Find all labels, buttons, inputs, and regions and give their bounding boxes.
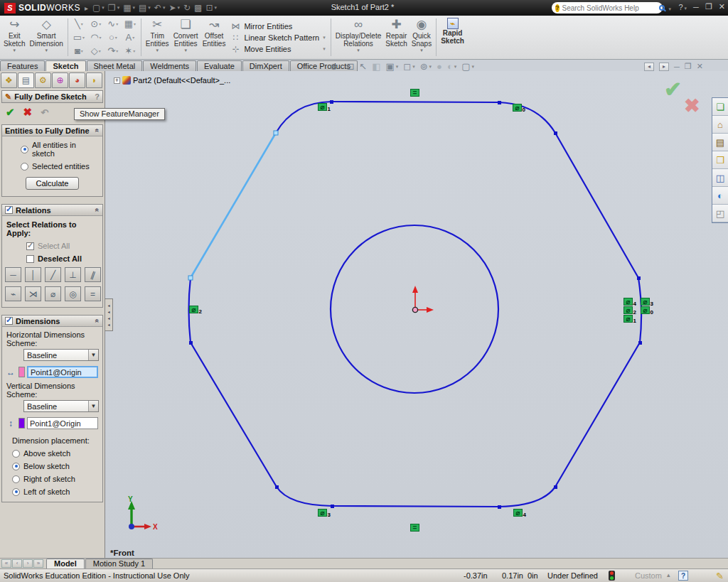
line-tool-button[interactable]: ╲: [70, 17, 87, 31]
view-settings-button[interactable]: ▢: [461, 61, 474, 72]
previous-document-button[interactable]: ◂: [644, 63, 654, 71]
status-help-button[interactable]: ?: [678, 571, 688, 581]
vertical-relation-button[interactable]: │: [25, 267, 41, 282]
select-all-checkbox[interactable]: [26, 242, 34, 250]
perpendicular-relation-button[interactable]: ⊥: [65, 267, 81, 282]
radio-all-entities[interactable]: All entities in sketch: [21, 141, 100, 158]
radio-above-sketch[interactable]: Above sketch: [12, 449, 100, 458]
tangent-relation-badge[interactable]: ⌀1: [623, 315, 633, 323]
tangent-relation-badge[interactable]: ⌀3: [641, 298, 650, 306]
file-explorer-button[interactable]: ❒: [712, 151, 728, 169]
select-all-checkbox-row[interactable]: Select All: [26, 242, 100, 250]
section-view-button[interactable]: ◧: [372, 61, 380, 72]
search-options-dropdown[interactable]: [668, 4, 672, 12]
scene-button[interactable]: ◐: [447, 61, 456, 72]
move-entities-dropdown[interactable]: ▾: [323, 46, 326, 52]
tab-property-manager[interactable]: ▤: [18, 72, 34, 88]
quick-snaps-button[interactable]: ◉ Quick Snaps ▾: [410, 16, 434, 58]
group-header-relations[interactable]: Relations «: [2, 205, 102, 216]
tangent-relation-badge[interactable]: ⌀4: [623, 298, 633, 306]
tangent-relation-badge[interactable]: ⌀3: [318, 509, 327, 517]
dimensions-checkbox[interactable]: [5, 317, 13, 325]
tangent-relation-badge[interactable]: ⌀0: [513, 104, 522, 112]
new-button[interactable]: ▢: [91, 3, 106, 13]
undo-button[interactable]: ↶: [153, 3, 167, 13]
chevron-down-icon[interactable]: ▼: [88, 401, 98, 411]
mirror-entities-button[interactable]: ⋈Mirror Entities: [230, 21, 325, 31]
display-style-button[interactable]: ◻: [403, 61, 414, 72]
radio-left-of-sketch[interactable]: Left of sketch: [12, 487, 100, 502]
quick-snaps-dropdown[interactable]: ▾: [420, 48, 423, 53]
doc-minimize-button[interactable]: ─: [674, 63, 680, 71]
tab-evaluate[interactable]: Evaluate: [197, 60, 242, 71]
appearances-scenes-button[interactable]: ◐: [712, 187, 728, 205]
vertical-datum-field[interactable]: [27, 417, 98, 429]
trim-entities-button[interactable]: ✂ Trim Entities ▾: [144, 16, 171, 58]
tab-sketch[interactable]: Sketch: [46, 60, 85, 71]
close-button[interactable]: ✕: [719, 2, 725, 11]
design-library-button[interactable]: ▤: [712, 134, 728, 151]
group-header-dimensions[interactable]: Dimensions «: [2, 316, 102, 327]
doc-close-button[interactable]: ✕: [697, 62, 703, 71]
smart-dimension-dropdown[interactable]: ▾: [45, 48, 48, 53]
tab-extra-manager[interactable]: ◗: [86, 72, 102, 88]
tangent-relation-badge[interactable]: ⌀1: [318, 103, 327, 111]
hide-show-items-button[interactable]: ⊚: [420, 61, 432, 72]
appearances-button[interactable]: ●: [437, 61, 442, 72]
menu-expand-icon[interactable]: ▸: [85, 4, 88, 12]
equal-relation-button[interactable]: =: [85, 286, 101, 301]
tree-node-label[interactable]: Part2 (Default<<Default>_...: [133, 76, 230, 85]
chevron-down-icon[interactable]: ▼: [88, 350, 98, 360]
next-document-button[interactable]: ▸: [659, 63, 669, 71]
last-tab-button[interactable]: »: [33, 559, 43, 568]
tangent-relation-badge[interactable]: ⌀0: [641, 306, 650, 314]
rebuild-button[interactable]: ↻: [182, 3, 192, 13]
midpoint-relation-button[interactable]: ⌁: [5, 286, 21, 301]
tree-expand-icon[interactable]: +: [114, 77, 120, 84]
linear-pattern-button[interactable]: ∷Linear Sketch Pattern▾: [230, 33, 325, 43]
exit-sketch-dropdown[interactable]: ▾: [14, 48, 16, 53]
radio-icon[interactable]: [21, 163, 28, 171]
tangent-relation-badge[interactable]: ⌀2: [623, 306, 633, 314]
zoom-to-selection-button[interactable]: ↖: [359, 61, 367, 72]
undo-action-button[interactable]: ↶: [41, 107, 48, 118]
group-header-entities[interactable]: Entities to Fully Define «: [2, 125, 102, 136]
pattern-tool-button[interactable]: ▦: [122, 17, 139, 31]
horizontal-scheme-select[interactable]: Baseline ▼: [23, 349, 99, 361]
selected-sketch-line[interactable]: [191, 133, 276, 278]
radio-icon[interactable]: [12, 488, 20, 496]
deselect-all-checkbox-row[interactable]: Deselect All: [26, 254, 100, 263]
previous-tab-button[interactable]: ‹: [12, 559, 22, 568]
minimize-button[interactable]: ─: [693, 3, 699, 11]
tangent-relation-button[interactable]: ⌀: [45, 286, 61, 301]
cancel-button[interactable]: ✖: [23, 106, 33, 119]
file-properties-button[interactable]: ▩: [193, 3, 203, 13]
save-button[interactable]: ▦: [122, 3, 136, 13]
coincident-relation-button[interactable]: ⋊: [25, 286, 41, 301]
smart-dimension-button[interactable]: ◇ Smart Dimension ▾: [28, 16, 65, 58]
restore-button[interactable]: ❐: [705, 2, 712, 11]
search-box[interactable]: ?: [552, 2, 663, 14]
parallel-relation-button[interactable]: ∥: [85, 267, 101, 282]
panel-splitter-handle[interactable]: ◂ ◂ ◂ ◂: [105, 298, 113, 331]
trim-entities-dropdown[interactable]: ▾: [156, 48, 159, 53]
search-icon[interactable]: [659, 5, 665, 11]
collapse-chevron-icon[interactable]: «: [94, 319, 102, 323]
sketch-origin[interactable]: [412, 286, 434, 313]
radio-icon[interactable]: [12, 450, 20, 458]
view-palette-button[interactable]: ◫: [712, 169, 728, 187]
tab-dimxpert-manager[interactable]: ⊕: [52, 72, 68, 88]
offset-entities-button[interactable]: ↝ Offset Entities: [200, 16, 228, 58]
tab-dimxpert[interactable]: DimXpert: [242, 60, 289, 71]
radio-below-sketch[interactable]: Below sketch: [12, 462, 100, 470]
open-button[interactable]: ❐: [107, 3, 121, 13]
rectangle-tool-button[interactable]: ▭: [70, 31, 87, 44]
relations-checkbox[interactable]: [5, 206, 13, 214]
polygon-tool-button[interactable]: ◇: [87, 44, 105, 58]
spline-tool-button[interactable]: ∿: [105, 17, 122, 31]
equal-relation-badge[interactable]: =: [410, 524, 419, 532]
ok-button[interactable]: ✔: [6, 106, 15, 119]
deselect-all-checkbox[interactable]: [26, 255, 34, 263]
move-entities-button[interactable]: ⊹Move Entities▾: [230, 44, 325, 54]
radio-icon[interactable]: [12, 463, 20, 470]
